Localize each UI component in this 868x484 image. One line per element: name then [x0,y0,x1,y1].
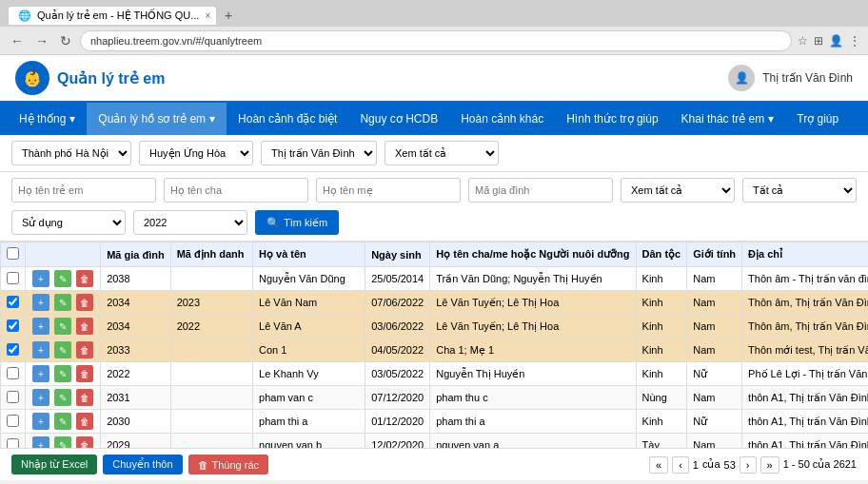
family-code-input[interactable] [468,178,613,203]
add-action-7[interactable]: + [32,436,49,448]
col-header-ma-gd: Mã gia đình [101,242,171,267]
nav-item-trogiup[interactable]: Trợ giúp [785,103,850,135]
delete-action-0[interactable]: 🗑 [76,270,93,287]
father-name-input[interactable] [164,178,308,203]
col-header-gioi-tinh: Giới tính [687,242,742,267]
province-select[interactable]: Thành phố Hà Nội [11,141,131,165]
use-status-select[interactable]: Sử dụng [11,210,126,235]
export-excel-button[interactable]: Nhập từ Excel [11,455,97,474]
edit-action-0[interactable]: ✎ [54,270,71,287]
delete-action-1[interactable]: 🗑 [76,294,93,311]
first-page-button[interactable]: « [649,456,668,474]
menu-icon[interactable]: ⋮ [849,34,860,48]
table-row: + ✎ 🗑 2033 Con 1 04/05/2022 Cha 1; Mẹ 1 … [1,339,869,362]
child-name-input[interactable] [11,178,156,203]
cell-ma-gd-7: 2029 [101,434,171,449]
year-select[interactable]: 2022 [133,210,247,235]
edit-action-7[interactable]: ✎ [54,436,71,448]
nav-item-nguycohcdb[interactable]: Nguy cơ HCDB [348,103,449,135]
cell-cha-me-2: Lê Văn Tuyến; Lê Thị Hoa [430,315,636,339]
nav-refresh-button[interactable]: ↻ [57,33,74,48]
last-page-button[interactable]: » [760,456,779,474]
nav-back-button[interactable]: ← [8,33,27,48]
edit-action-6[interactable]: ✎ [54,413,71,430]
page-total: 53 [724,459,736,471]
add-action-1[interactable]: + [32,294,49,311]
add-action-6[interactable]: + [32,413,49,430]
delete-action-3[interactable]: 🗑 [76,341,93,358]
address-input[interactable] [80,30,792,51]
table-row: + ✎ 🗑 2022 Le Khanh Vy 03/05/2022 Nguyễn… [1,362,869,386]
cell-ma-dd-2: 2022 [170,315,252,339]
cell-ma-dd-3 [170,339,252,362]
nav-item-hinhthuc[interactable]: Hình thức trợ giúp [555,103,669,135]
status-select[interactable]: Xem tất cả [621,178,735,203]
delete-action-5[interactable]: 🗑 [76,389,93,406]
nav-item-hoancanh[interactable]: Hoàn cảnh khác [449,103,555,135]
trash-button[interactable]: 🗑 Thùng rác [188,455,269,474]
logo-icon: 👶 [15,61,49,95]
delete-action-6[interactable]: 🗑 [76,413,93,430]
row-checkbox-3[interactable] [7,343,19,356]
nav-item-hoancanhdb[interactable]: Hoàn cảnh đặc biệt [227,103,348,135]
edit-action-2[interactable]: ✎ [54,318,71,335]
edit-action-3[interactable]: ✎ [54,341,71,358]
cell-dan-toc-5: Nùng [636,386,687,410]
tab-favicon: 🌐 [18,10,31,22]
star-icon[interactable]: ☆ [798,34,808,48]
profile-icon[interactable]: 👤 [829,34,843,48]
search-button[interactable]: 🔍 Tìm kiếm [255,210,339,235]
select-all-checkbox[interactable] [7,247,19,260]
all-select[interactable]: Tất cả [742,178,857,203]
cell-gioi-tinh-6: Nữ [687,410,742,434]
delete-action-4[interactable]: 🗑 [76,365,93,382]
cell-dia-chi-5: thôn A1, Thị trấn Văn Đình, Huyện ứng Hò… [742,386,868,410]
row-checkbox-5[interactable] [7,391,19,403]
row-checkbox-7[interactable] [7,438,19,449]
mother-name-input[interactable] [316,178,461,203]
add-action-2[interactable]: + [32,318,49,335]
extensions-icon[interactable]: ⊞ [814,34,823,48]
new-tab-button[interactable]: + [221,8,236,23]
cell-gioi-tinh-2: Nam [687,315,742,339]
add-action-3[interactable]: + [32,341,49,358]
cell-dan-toc-6: Kinh [636,410,687,434]
cell-gioi-tinh-7: Nam [687,434,742,449]
cell-ma-gd-4: 2022 [101,362,171,386]
user-info: 👤 Thị trấn Văn Đình [728,65,853,91]
add-action-0[interactable]: + [32,270,49,287]
delete-action-7[interactable]: 🗑 [76,436,93,448]
edit-action-4[interactable]: ✎ [54,365,71,382]
app-header: 👶 Quản lý trẻ em 👤 Thị trấn Văn Đình [0,55,868,103]
nav-item-khaithac[interactable]: Khai thác trẻ em ▾ [670,103,786,135]
nav-item-hethong[interactable]: Hệ thống ▾ [8,103,87,135]
row-checkbox-4[interactable] [7,367,19,379]
row-checkbox-2[interactable] [7,319,19,332]
transfer-button[interactable]: Chuyển thôn [103,455,182,474]
filter-row-2: Xem tất cả Tất cả Sử dụng 2022 🔍 Tìm kiế… [0,172,868,242]
add-action-4[interactable]: + [32,365,49,382]
delete-action-2[interactable]: 🗑 [76,318,93,335]
app-title: Quản lý trẻ em [57,69,165,87]
browser-tab[interactable]: 🌐 Quản lý trẻ em - HỆ THỐNG QU... × [8,6,217,25]
cell-ngay-sinh-4: 03/05/2022 [365,362,430,386]
next-page-button[interactable]: › [740,456,757,474]
add-action-5[interactable]: + [32,389,49,406]
row-checkbox-0[interactable] [7,272,19,284]
edit-action-1[interactable]: ✎ [54,294,71,311]
col-header-actions [26,242,101,267]
district-select[interactable]: Huyện Ứng Hòa [139,141,253,165]
cell-ma-dd-6 [170,410,252,434]
row-checkbox-1[interactable] [7,296,19,308]
edit-action-5[interactable]: ✎ [54,389,71,406]
cell-ngay-sinh-2: 03/06/2022 [365,315,430,339]
nav-forward-button[interactable]: → [32,33,51,48]
prev-page-button[interactable]: ‹ [672,456,689,474]
nav-item-quanly[interactable]: Quản lý hồ sơ trẻ em ▾ [87,103,227,135]
cell-ma-gd-1: 2034 [101,291,171,315]
tab-close-btn[interactable]: × [205,10,210,21]
cell-ma-dd-4 [170,362,252,386]
view-all-select[interactable]: Xem tất cả [385,141,499,165]
commune-select[interactable]: Thị trấn Văn Đình [261,141,377,165]
row-checkbox-6[interactable] [7,415,19,427]
